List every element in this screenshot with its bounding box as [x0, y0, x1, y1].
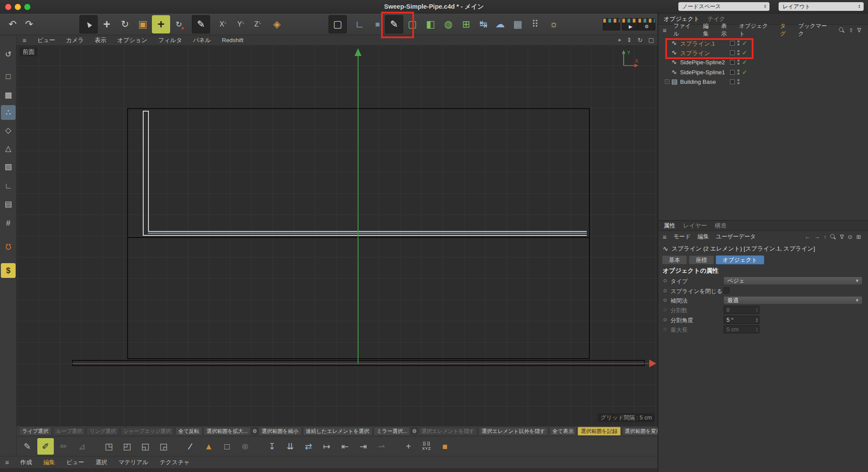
- arrow-tool-icon[interactable]: ⇥: [355, 438, 372, 455]
- model-mode-icon[interactable]: □: [1, 69, 16, 84]
- object-manager-menu-icon[interactable]: ≡: [663, 26, 667, 34]
- pipe-spline-inner-horizontal[interactable]: [148, 231, 587, 232]
- viewport-menu-filter[interactable]: フィルタ: [158, 36, 182, 44]
- parent-object-icon[interactable]: ↑: [824, 234, 827, 240]
- dolly-view-icon[interactable]: ⇕: [627, 36, 632, 44]
- viewport-canvas[interactable]: 前面 グリッド間隔 : 5 cm Y X: [16, 46, 658, 426]
- filter-icon[interactable]: ∇: [857, 27, 861, 33]
- measure-tool-icon[interactable]: [351, 15, 369, 33]
- enable-check-icon[interactable]: ✓: [742, 59, 747, 66]
- tab-object[interactable]: オブジェクト: [716, 255, 764, 264]
- cube-icon[interactable]: □: [219, 438, 235, 455]
- object-row[interactable]: ∿ SidePipe-Spline1 ✓: [658, 68, 868, 77]
- visibility-dots[interactable]: [737, 69, 740, 75]
- axis-mode-icon[interactable]: ∟: [1, 178, 16, 193]
- viewport-menu-camera[interactable]: カメラ: [66, 36, 84, 44]
- viewport-solo-icon[interactable]: [329, 15, 347, 33]
- viewport-menu-panel[interactable]: パネル: [193, 36, 211, 44]
- z-axis-lock-toggle[interactable]: Z: [249, 15, 267, 33]
- scale-tool[interactable]: [134, 15, 152, 33]
- convert-selection-button[interactable]: 選択範囲を変換: [622, 427, 658, 436]
- tab-coordinates[interactable]: 座標: [689, 255, 714, 264]
- am-menu-mode[interactable]: モード: [674, 233, 691, 241]
- pencil-tool-icon[interactable]: ✏: [56, 438, 72, 455]
- fields-icon[interactable]: [474, 15, 493, 33]
- make-editable-icon[interactable]: ↺: [1, 47, 16, 62]
- tab-structure[interactable]: 構造: [715, 222, 727, 230]
- new-panel-icon[interactable]: ⊞: [856, 234, 861, 240]
- live-selection-tool[interactable]: [79, 15, 98, 33]
- xyz-axes-button[interactable]: ⠿⠿ XYZ: [418, 438, 435, 455]
- keyframe-dot-icon[interactable]: [664, 279, 667, 282]
- om-menu-edit[interactable]: 編集: [703, 22, 714, 38]
- coordinate-system-button[interactable]: [268, 15, 286, 33]
- orange-cube-icon[interactable]: ■: [437, 438, 453, 455]
- am-menu-userdata[interactable]: ユーザーデータ: [716, 233, 756, 241]
- bottom-menu-create[interactable]: 作成: [20, 459, 32, 466]
- cube-op-icon[interactable]: ◱: [137, 438, 154, 455]
- path-up-icon[interactable]: ⇧: [848, 27, 853, 33]
- object-row[interactable]: ∿ SidePipe-Spline2 ✓: [658, 58, 868, 67]
- viewport-menu-display[interactable]: 表示: [95, 36, 106, 44]
- drill-icon[interactable]: ⊗: [237, 438, 253, 455]
- render-to-picture-viewer-button[interactable]: ▶: [622, 18, 639, 30]
- rotate-view-icon[interactable]: ↻: [638, 36, 643, 44]
- om-menu-tags[interactable]: タグ: [780, 22, 791, 38]
- expand-toggle-icon[interactable]: +: [665, 79, 669, 84]
- search-icon[interactable]: [839, 27, 845, 33]
- close-spline-checkbox[interactable]: [723, 287, 730, 294]
- undo-button[interactable]: [3, 15, 22, 33]
- deformer-icon[interactable]: [439, 15, 457, 33]
- nodespace-select[interactable]: ノードスペース ▲▼: [678, 2, 769, 11]
- history-back-icon[interactable]: ←: [805, 234, 810, 240]
- om-menu-file[interactable]: ファイル: [674, 22, 696, 38]
- recent-rotate-tool[interactable]: [170, 15, 188, 33]
- move-tool[interactable]: [98, 15, 116, 33]
- pipe-spline-selected-highlight[interactable]: [148, 233, 587, 234]
- cube-op-icon[interactable]: ◲: [155, 438, 172, 455]
- x-axis-lock-toggle[interactable]: X: [214, 15, 232, 33]
- tab-objects[interactable]: オブジェクト: [664, 15, 700, 23]
- filter-icon[interactable]: ∇: [840, 234, 844, 240]
- invert-all-button[interactable]: 全て反転: [175, 427, 202, 436]
- lock-workplane-icon[interactable]: #: [1, 216, 16, 231]
- edges-mode-icon[interactable]: ◇: [1, 123, 16, 138]
- shrink-selection-button[interactable]: 選択範囲を縮小: [259, 427, 301, 436]
- object-name[interactable]: Building Base: [680, 79, 716, 85]
- brush-tool[interactable]: [192, 15, 210, 33]
- render-view-button[interactable]: [603, 18, 620, 30]
- cube-op-icon[interactable]: ◳: [101, 438, 117, 455]
- arrow-tool-icon[interactable]: ⇊: [282, 438, 299, 455]
- layer-box[interactable]: [730, 79, 735, 84]
- viewport-menu-redshift[interactable]: Redshift: [222, 37, 243, 43]
- toggle-view-icon[interactable]: ▢: [648, 36, 654, 44]
- hide-unselected-button[interactable]: 選択エレメント以外を隠す: [479, 427, 548, 436]
- uv-mode-icon[interactable]: ▨: [1, 159, 16, 174]
- record-selection-button[interactable]: 選択範囲を記録: [578, 427, 620, 436]
- pan-view-icon[interactable]: ⌖: [618, 36, 621, 44]
- pipe-spline-inner-vertical[interactable]: [148, 111, 149, 232]
- extrude-generator-icon[interactable]: [421, 15, 440, 33]
- bottom-menu-edit[interactable]: 編集: [43, 459, 55, 466]
- keyframe-dot-icon[interactable]: [664, 318, 667, 321]
- brush-tool-icon[interactable]: ✐: [37, 438, 54, 455]
- object-name[interactable]: SidePipe-Spline1: [680, 69, 725, 76]
- layout-select[interactable]: レイアウト ▲▼: [779, 2, 864, 11]
- select-connected-button[interactable]: 連続したエレメントを選択: [303, 427, 372, 436]
- array-icon[interactable]: [509, 15, 527, 33]
- attribute-manager-menu-icon[interactable]: ≡: [663, 233, 667, 241]
- gear-icon[interactable]: ⚙: [411, 427, 417, 436]
- layer-box[interactable]: [730, 70, 735, 75]
- points-mode-icon[interactable]: ∴: [1, 105, 16, 120]
- bottom-menu-select[interactable]: 選択: [95, 459, 107, 466]
- knife-icon[interactable]: ∕: [182, 438, 199, 455]
- render-settings-button[interactable]: ⚙: [638, 18, 655, 30]
- visibility-dots[interactable]: [737, 79, 740, 84]
- tab-take[interactable]: テイク: [707, 15, 725, 23]
- stepper-icon[interactable]: ▲▼: [756, 317, 758, 323]
- lock-panel-icon[interactable]: ⊙: [848, 234, 852, 240]
- mograph-cloner-icon[interactable]: [457, 15, 475, 33]
- viewport-menu-options[interactable]: オプション: [117, 36, 147, 44]
- arrow-tool-icon[interactable]: ⇄: [300, 438, 317, 455]
- prism-icon[interactable]: ▲: [201, 438, 217, 455]
